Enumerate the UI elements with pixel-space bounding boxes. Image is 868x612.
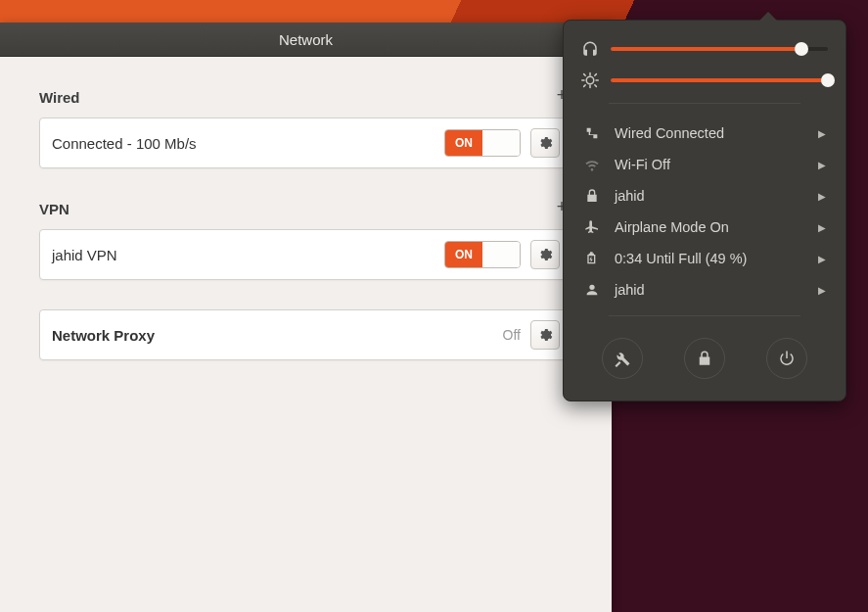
lock-action-button[interactable] bbox=[684, 338, 725, 379]
menu-item-label: Airplane Mode On bbox=[615, 219, 804, 235]
gear-icon bbox=[537, 135, 553, 151]
power-icon bbox=[778, 350, 796, 367]
vpn-connection-row: jahid VPN ON bbox=[39, 229, 572, 280]
menu-item-user[interactable]: jahid▶ bbox=[581, 274, 828, 306]
panel-separator bbox=[609, 315, 800, 316]
menu-item-label: Wi-Fi Off bbox=[615, 157, 804, 172]
action-row bbox=[581, 338, 828, 379]
menu-item-battery[interactable]: 0:34 Until Full (49 %)▶ bbox=[581, 243, 828, 274]
user-icon bbox=[583, 281, 601, 299]
toggle-on-label: ON bbox=[445, 242, 482, 267]
gear-icon bbox=[537, 327, 553, 343]
lock-icon bbox=[696, 350, 713, 367]
wired-status-label: Connected - 100 Mb/s bbox=[52, 135, 444, 152]
chevron-right-icon: ▶ bbox=[818, 160, 826, 170]
chevron-right-icon: ▶ bbox=[818, 128, 826, 139]
window-title: Network bbox=[279, 31, 333, 48]
wired-section-header: Wired + bbox=[39, 86, 572, 108]
chevron-right-icon: ▶ bbox=[818, 254, 826, 264]
settings-window: Network Wired + Connected - 100 Mb/s ON … bbox=[0, 23, 612, 612]
vpn-heading: VPN bbox=[39, 201, 69, 217]
settings-action-button[interactable] bbox=[602, 338, 643, 379]
menu-item-wired[interactable]: Wired Connected▶ bbox=[581, 118, 828, 149]
toggle-off-side bbox=[482, 242, 520, 267]
wired-connection-row: Connected - 100 Mb/s ON bbox=[39, 118, 572, 168]
battery-icon bbox=[583, 250, 601, 267]
proxy-settings-button[interactable] bbox=[530, 320, 560, 350]
settings-content: Wired + Connected - 100 Mb/s ON VPN + ja… bbox=[0, 57, 612, 390]
brightness-slider[interactable] bbox=[611, 78, 828, 82]
tools-icon bbox=[614, 350, 631, 367]
volume-slider[interactable] bbox=[611, 47, 828, 51]
chevron-right-icon: ▶ bbox=[818, 191, 826, 202]
airplane-icon bbox=[583, 218, 601, 236]
wired-icon bbox=[583, 124, 601, 142]
brightness-icon bbox=[581, 71, 599, 89]
chevron-right-icon: ▶ bbox=[818, 285, 826, 296]
headphones-icon bbox=[581, 40, 599, 58]
menu-item-wifi[interactable]: Wi-Fi Off▶ bbox=[581, 149, 828, 180]
vpn-name-label: jahid VPN bbox=[52, 247, 444, 263]
window-titlebar[interactable]: Network bbox=[0, 23, 612, 57]
vpn-icon bbox=[583, 187, 601, 205]
wifi-icon bbox=[583, 156, 601, 173]
vpn-settings-button[interactable] bbox=[530, 240, 560, 269]
vpn-section-header: VPN + bbox=[39, 198, 572, 219]
proxy-status: Off bbox=[503, 327, 521, 343]
vpn-toggle[interactable]: ON bbox=[444, 241, 521, 268]
menu-item-label: jahid bbox=[615, 188, 804, 204]
system-status-panel: Wired Connected▶Wi-Fi Off▶jahid▶Airplane… bbox=[563, 20, 846, 401]
proxy-row[interactable]: Network Proxy Off bbox=[39, 309, 572, 360]
menu-item-label: jahid bbox=[615, 282, 804, 298]
wired-heading: Wired bbox=[39, 89, 80, 106]
menu-item-label: 0:34 Until Full (49 %) bbox=[615, 251, 804, 266]
gear-icon bbox=[537, 247, 553, 262]
power-action-button[interactable] bbox=[766, 338, 807, 379]
panel-separator bbox=[609, 103, 800, 104]
toggle-off-side bbox=[482, 130, 520, 156]
toggle-on-label: ON bbox=[445, 130, 482, 156]
brightness-slider-row bbox=[581, 71, 828, 89]
volume-slider-row bbox=[581, 40, 828, 58]
menu-item-label: Wired Connected bbox=[615, 125, 804, 141]
menu-item-airplane[interactable]: Airplane Mode On▶ bbox=[581, 212, 828, 243]
wired-toggle[interactable]: ON bbox=[444, 129, 521, 157]
menu-item-vpn[interactable]: jahid▶ bbox=[581, 180, 828, 212]
wired-settings-button[interactable] bbox=[530, 128, 560, 158]
proxy-heading: Network Proxy bbox=[52, 327, 503, 344]
chevron-right-icon: ▶ bbox=[818, 222, 826, 233]
